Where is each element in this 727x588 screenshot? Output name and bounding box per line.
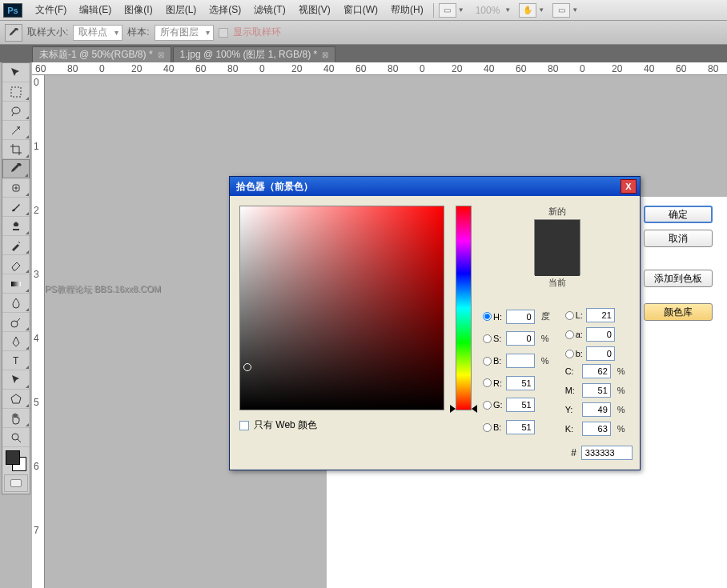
new-color-swatch [535,220,580,248]
dialog-titlebar[interactable]: 拾色器（前景色） X [230,177,640,196]
l-input[interactable] [586,308,615,322]
b-lab-radio[interactable]: b: [565,349,583,358]
hand-tool[interactable] [2,409,30,428]
pen-tool[interactable] [2,332,30,351]
dropdown-icon[interactable]: ▼ [458,6,466,14]
l-radio[interactable]: L: [565,310,583,320]
y-input[interactable] [582,402,611,417]
close-icon[interactable]: ⊠ [158,50,164,59]
g-radio[interactable]: G: [483,400,503,410]
ruler-tick: 0 [420,63,425,74]
ruler-tick: 60 [35,63,46,74]
menu-help[interactable]: 帮助(H) [384,1,430,19]
ruler-tick: 40 [644,63,654,74]
menu-filter[interactable]: 滤镜(T) [247,1,291,19]
type-tool[interactable]: T [2,351,30,370]
menu-view[interactable]: 视图(V) [292,1,337,19]
path-select-tool[interactable] [2,370,30,390]
new-color-label: 新的 [548,206,566,218]
b-rgb-radio[interactable]: B: [483,422,503,432]
cancel-button[interactable]: 取消 [644,230,713,247]
m-input[interactable] [582,383,611,398]
blur-tool[interactable] [2,294,30,313]
close-button[interactable]: X [621,179,637,194]
ruler-tick: 20 [291,63,302,74]
watermark-text: PS教程论坛 BBS.16xx8.COM [45,283,161,295]
quickmask-toggle[interactable] [4,474,28,492]
a-input[interactable] [586,327,615,342]
add-swatch-button[interactable]: 添加到色板 [644,270,713,287]
r-radio[interactable]: R: [483,378,503,388]
launch-bridge-icon[interactable]: ▭ [439,3,456,18]
color-libraries-button[interactable]: 颜色库 [644,303,713,321]
s-radio[interactable]: S: [483,334,503,343]
shape-tool[interactable] [2,390,30,409]
r-input[interactable] [506,376,535,390]
y-label: Y: [565,405,579,414]
brush-tool[interactable] [2,198,30,217]
c-label: C: [565,366,579,376]
eyedropper-tool[interactable] [2,159,30,178]
ruler-tick: 40 [484,63,494,74]
b-lab-input[interactable] [586,346,615,361]
zoom-tool[interactable] [2,428,30,447]
b-rgb-input[interactable] [506,420,535,434]
sample-size-select[interactable]: 取样点 [73,25,123,41]
ok-button[interactable]: 确定 [644,206,713,223]
sample-layers-select[interactable]: 所有图层 [155,25,214,41]
h-input[interactable] [506,310,535,324]
a-radio[interactable]: a: [565,330,583,339]
healing-tool[interactable] [2,178,30,198]
menu-file[interactable]: 文件(F) [29,1,73,19]
dropdown-icon[interactable]: ▼ [504,6,512,14]
gradient-tool[interactable] [2,274,30,294]
menu-select[interactable]: 选择(S) [203,1,247,19]
ruler-horizontal[interactable]: 60 80 0 20 40 60 80 0 20 40 60 80 0 20 4… [32,62,727,75]
menu-window[interactable]: 窗口(W) [337,1,384,19]
close-icon[interactable]: ⊠ [322,50,328,59]
k-input[interactable] [582,422,611,436]
foreground-swatch[interactable] [6,450,20,465]
hand-icon[interactable]: ✋ [519,3,536,18]
unit-percent: % [617,405,629,414]
c-input[interactable] [582,364,611,378]
svg-text:T: T [13,355,19,366]
unit-percent: % [617,424,629,434]
crop-tool[interactable] [2,140,30,159]
screen-mode-icon[interactable]: ▭ [552,3,570,18]
dropdown-icon[interactable]: ▼ [538,6,546,14]
document-tab[interactable]: 未标题-1 @ 50%(RGB/8) *⊠ [32,46,171,62]
ruler-tick: 1 [34,141,39,152]
hue-slider[interactable] [456,206,472,410]
document-tab[interactable]: 1.jpg @ 100% (图层 1, RGB/8) *⊠ [173,46,336,62]
unit-degree: 度 [541,310,552,322]
stamp-tool[interactable] [2,217,30,236]
color-swatches[interactable] [4,450,28,471]
menu-edit[interactable]: 编辑(E) [73,1,118,19]
ruler-vertical[interactable]: 0 1 2 3 4 5 6 7 [32,75,45,588]
sample-size-value: 取样点 [78,26,107,39]
menu-layer[interactable]: 图层(L) [159,1,203,19]
menu-image[interactable]: 图像(I) [118,1,159,19]
lasso-tool[interactable] [2,102,30,121]
saturation-value-field[interactable] [239,206,444,410]
history-brush-tool[interactable] [2,236,30,255]
show-ring-checkbox[interactable] [219,28,228,38]
wand-tool[interactable] [2,121,30,140]
b-hsb-input[interactable] [506,354,535,368]
dialog-title: 拾色器（前景色） [236,180,313,194]
g-input[interactable] [506,398,535,412]
ruler-tick: 80 [227,63,238,74]
marquee-tool[interactable] [2,82,30,102]
h-radio[interactable]: H: [483,312,503,322]
dropdown-icon[interactable]: ▼ [572,6,580,14]
web-only-checkbox[interactable] [239,421,249,430]
move-tool[interactable] [2,63,30,82]
eraser-tool[interactable] [2,255,30,274]
s-input[interactable] [506,331,535,346]
hex-input[interactable] [581,446,633,460]
color-picker-dialog: 拾色器（前景色） X 只有 Web 颜色 新的 当前 H:度 S:% B:% R… [229,176,641,470]
dodge-tool[interactable] [2,313,30,332]
b-radio[interactable]: B: [483,356,503,366]
unit-percent: % [617,366,629,376]
